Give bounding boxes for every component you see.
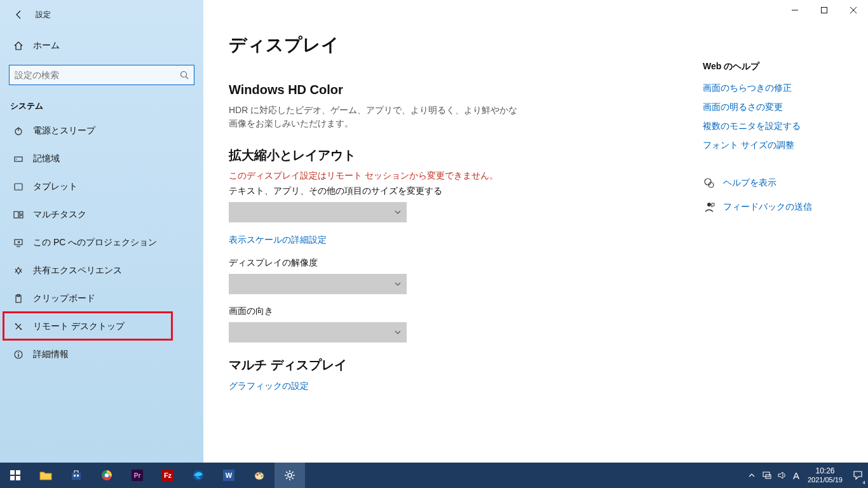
taskbar-clock[interactable]: 10:26 2021/05/19 <box>803 466 848 484</box>
chevron-down-icon <box>394 329 402 336</box>
minimize-button[interactable] <box>780 0 810 20</box>
remote-icon <box>13 321 24 332</box>
multitask-icon <box>13 209 24 220</box>
svg-line-54 <box>292 471 294 473</box>
svg-line-52 <box>286 471 287 473</box>
svg-text:W: W <box>226 471 233 479</box>
window-title: 設定 <box>36 10 51 20</box>
sidebar-item-info[interactable]: 詳細情報 <box>0 341 203 369</box>
svg-text:Fz: Fz <box>164 471 172 479</box>
projection-icon <box>13 237 24 248</box>
sidebar-section-label: システム <box>0 89 203 117</box>
tray-chevron[interactable] <box>744 463 759 488</box>
resolution-label: ディスプレイの解像度 <box>229 257 843 269</box>
svg-rect-8 <box>15 157 22 161</box>
sidebar-item-remote[interactable]: リモート デスクトップ <box>0 313 203 341</box>
word-icon: W <box>223 470 234 481</box>
svg-rect-14 <box>20 215 23 218</box>
svg-point-47 <box>288 473 292 477</box>
search-icon <box>180 71 189 79</box>
feedback-action[interactable]: フィードバックの送信 <box>703 201 843 214</box>
sidebar-item-label: クリップボード <box>33 293 95 304</box>
taskbar-explorer[interactable] <box>31 463 61 488</box>
svg-text:Pr: Pr <box>134 472 141 479</box>
orientation-combobox[interactable] <box>229 322 407 342</box>
svg-rect-30 <box>72 473 81 480</box>
paint-icon <box>254 470 265 481</box>
web-help-title: Web のヘルプ <box>703 61 843 72</box>
sidebar-item-projection[interactable]: この PC へのプロジェクション <box>0 229 203 257</box>
taskbar-date: 2021/05/19 <box>808 476 843 484</box>
chrome-icon <box>101 470 112 481</box>
filezilla-icon: Fz <box>162 470 173 481</box>
taskbar-premiere[interactable]: Pr <box>122 463 153 488</box>
svg-rect-27 <box>16 470 20 475</box>
start-button[interactable] <box>0 463 31 488</box>
sidebar-home-label: ホーム <box>33 40 60 51</box>
tray-volume[interactable] <box>775 463 790 488</box>
resolution-combobox[interactable] <box>229 274 407 294</box>
sidebar-item-power[interactable]: 電源とスリープ <box>0 117 203 145</box>
sidebar-item-shared[interactable]: 共有エクスペリエンス <box>0 257 203 285</box>
svg-point-25 <box>707 203 711 207</box>
sidebar-item-label: タブレット <box>33 181 78 193</box>
multi-display-title: マルチ ディスプレイ <box>229 356 843 374</box>
taskbar-paint[interactable] <box>244 463 275 488</box>
taskbar-time: 10:26 <box>808 466 843 475</box>
power-icon <box>13 125 24 137</box>
maximize-button[interactable] <box>810 0 839 20</box>
taskbar-store[interactable] <box>61 463 92 488</box>
edge-icon <box>193 470 204 481</box>
page-title: ディスプレイ <box>229 33 843 57</box>
action-center[interactable]: 4 <box>848 463 868 488</box>
notification-badge: 4 <box>862 480 867 485</box>
right-column: Web のヘルプ 画面のちらつきの修正 画面の明るさの変更 複数のモニタを設定す… <box>703 61 843 214</box>
tray-network[interactable] <box>759 463 775 488</box>
svg-rect-1 <box>822 8 827 13</box>
advanced-scale-link[interactable]: 表示スケールの詳細設定 <box>229 234 327 246</box>
search-input[interactable] <box>15 70 180 80</box>
back-button[interactable] <box>6 2 32 27</box>
sidebar-home[interactable]: ホーム <box>0 33 203 58</box>
sidebar-item-tablet[interactable]: タブレット <box>0 173 203 201</box>
chevron-down-icon <box>394 280 402 288</box>
svg-point-22 <box>18 352 19 353</box>
search-box[interactable] <box>9 65 194 85</box>
sidebar-item-clipboard[interactable]: クリップボード <box>0 285 203 313</box>
svg-line-55 <box>286 478 287 479</box>
get-help-action[interactable]: ヘルプを表示 <box>703 177 843 189</box>
store-icon <box>71 470 82 481</box>
help-link[interactable]: 画面のちらつきの修正 <box>703 83 843 94</box>
scale-combobox[interactable] <box>229 202 407 222</box>
svg-rect-12 <box>14 212 18 218</box>
sidebar-item-multitask[interactable]: マルチタスク <box>0 201 203 229</box>
tray-ime[interactable]: A <box>790 463 803 488</box>
taskbar-word[interactable]: W <box>214 463 244 488</box>
help-link[interactable]: フォント サイズの調整 <box>703 140 843 151</box>
taskbar-settings[interactable] <box>275 463 305 488</box>
premiere-icon: Pr <box>132 470 143 481</box>
sidebar-item-label: 記憶域 <box>33 153 60 165</box>
close-button[interactable] <box>839 0 868 20</box>
svg-point-9 <box>16 159 17 160</box>
svg-point-46 <box>261 475 263 477</box>
svg-point-23 <box>705 179 711 185</box>
help-link[interactable]: 画面の明るさの変更 <box>703 102 843 113</box>
svg-rect-26 <box>10 470 15 475</box>
taskbar-chrome[interactable] <box>92 463 122 488</box>
svg-line-53 <box>292 478 294 479</box>
svg-line-5 <box>186 77 189 79</box>
svg-rect-29 <box>16 476 20 480</box>
sidebar-item-storage[interactable]: 記憶域 <box>0 145 203 173</box>
graphics-settings-link[interactable]: グラフィックの設定 <box>229 381 309 392</box>
sidebar-item-label: 共有エクスペリエンス <box>33 265 122 276</box>
hd-color-desc: HDR に対応したビデオ、ゲーム、アプリで、より明るく、より鮮やかな画像をお楽し… <box>229 104 521 130</box>
taskbar-filezilla[interactable]: Fz <box>153 463 183 488</box>
help-icon <box>703 177 715 189</box>
taskbar-edge[interactable] <box>183 463 214 488</box>
help-link[interactable]: 複数のモニタを設定する <box>703 121 843 132</box>
svg-point-11 <box>18 188 18 189</box>
gear-icon <box>284 470 295 481</box>
home-icon <box>13 41 24 51</box>
taskbar: Pr Fz W A 10:26 2021/05/19 4 <box>0 463 868 488</box>
